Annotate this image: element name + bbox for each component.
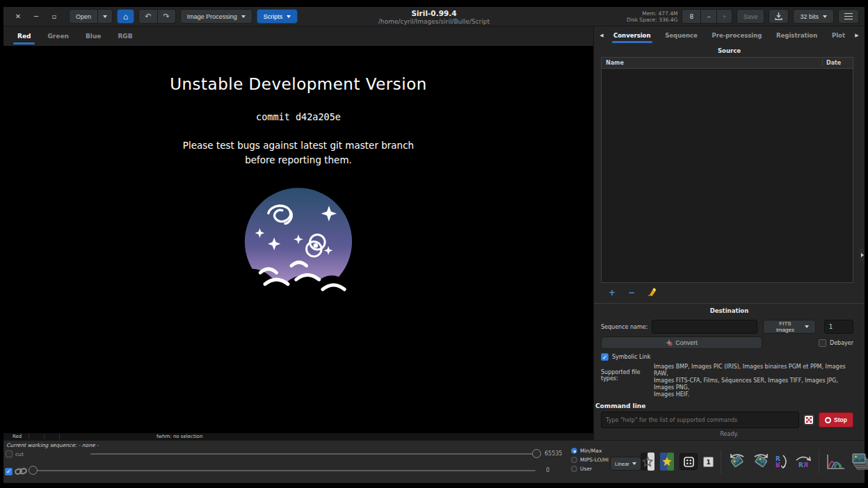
panel-tabbar: ◀ Conversion Sequence Pre-processing Reg… — [594, 26, 865, 44]
bit-depth-dropdown[interactable]: 32 bits — [793, 9, 834, 24]
radio-user[interactable]: User — [568, 464, 609, 473]
home-icon: ⌂ — [123, 12, 128, 22]
maximize-icon[interactable]: ▫ — [45, 13, 63, 20]
low-cut-slider[interactable] — [29, 466, 541, 475]
scripts-button[interactable]: Scripts — [257, 9, 298, 24]
chevron-down-icon — [823, 15, 827, 18]
redo-button[interactable]: ↷ — [158, 9, 176, 24]
clear-list-button[interactable] — [641, 287, 661, 298]
high-cut-slider[interactable] — [90, 449, 541, 459]
canvas-statusbar: Red fwhm: no selection — [3, 433, 593, 440]
status-fwhm: fwhm: no selection — [156, 434, 202, 439]
disk-label: Disk Space: 336.4G — [627, 17, 678, 23]
command-log-button[interactable] — [802, 413, 816, 427]
histogram-icon[interactable] — [826, 453, 846, 470]
source-list-header: Name Date — [602, 58, 853, 69]
home-button[interactable]: ⌂ — [117, 9, 134, 24]
radio-icon — [571, 466, 577, 472]
save-as-icon — [775, 13, 782, 20]
convert-button[interactable]: Convert — [601, 336, 762, 349]
undo-icon: ↶ — [145, 12, 151, 21]
column-name[interactable]: Name — [602, 60, 822, 66]
tab-red[interactable]: Red — [9, 26, 39, 46]
display-toolbar: 1 RR — [638, 446, 868, 477]
checkbox-icon — [819, 339, 826, 347]
image-view-pane: Red Green Blue RGB Unstable Development … — [3, 26, 593, 440]
source-list-actions: + − — [594, 284, 865, 301]
negative-star-icon[interactable] — [641, 453, 654, 471]
supported-file-types: Supported file types: Images BMP, Images… — [601, 364, 853, 398]
radio-mips[interactable]: MIPS-LO/HI — [568, 455, 609, 464]
siril-logo — [3, 186, 593, 305]
tab-sequence[interactable]: Sequence — [658, 26, 705, 44]
header-bar: ✕ ─ ▫ Open ⌂ ↶ ↷ Image Processing Script… — [3, 7, 865, 26]
open-button[interactable]: Open — [69, 9, 98, 24]
low-slider-handle[interactable] — [29, 466, 38, 475]
tab-registration[interactable]: Registration — [769, 26, 824, 44]
single-frame-icon[interactable]: 1 — [703, 457, 714, 467]
image-canvas[interactable]: Unstable Development Version commit d42a… — [3, 46, 593, 433]
tab-green[interactable]: Green — [39, 26, 77, 46]
command-input[interactable] — [601, 412, 799, 428]
debayer-checkbox[interactable]: Debayer — [819, 339, 853, 347]
divider — [819, 450, 819, 473]
image-processing-button[interactable]: Image Processing — [180, 9, 252, 24]
cut-label: cut — [15, 451, 24, 457]
chain-link-icon — [15, 466, 27, 476]
source-section-title: Source — [594, 47, 865, 54]
redo-icon: ↷ — [163, 12, 170, 21]
chevron-down-icon — [241, 15, 246, 18]
flip-vertical-icon[interactable]: RR — [775, 454, 789, 469]
checkbox-checked-icon: ✓ — [601, 353, 609, 361]
radio-minmax[interactable]: Min/Max — [568, 446, 609, 455]
column-date[interactable]: Date — [822, 60, 853, 66]
stop-button[interactable]: Stop — [819, 412, 853, 428]
spin-minus-button[interactable]: − — [701, 9, 716, 24]
source-list-body[interactable] — [602, 69, 853, 282]
dev-version-title: Unstable Development Version — [3, 75, 593, 93]
tabs-scroll-left-icon[interactable]: ◀ — [597, 33, 606, 38]
command-dice-icon — [805, 416, 813, 424]
low-cut-value: 0 — [546, 467, 549, 473]
tab-blue[interactable]: Blue — [77, 26, 109, 46]
undo-button[interactable]: ↶ — [138, 9, 157, 24]
tab-conversion[interactable]: Conversion — [606, 26, 658, 44]
save-button[interactable]: Save — [737, 9, 765, 24]
panel-expander[interactable] — [860, 249, 865, 261]
processing-panel: ◀ Conversion Sequence Pre-processing Reg… — [593, 26, 865, 440]
start-index-input[interactable] — [824, 320, 853, 334]
cut-checkbox[interactable] — [6, 450, 13, 457]
brush-icon — [647, 287, 656, 296]
sequence-name-input[interactable] — [652, 320, 757, 334]
minimize-icon[interactable]: ─ — [27, 13, 45, 20]
stop-icon — [825, 417, 831, 423]
spin-plus-button[interactable]: + — [717, 9, 732, 24]
open-dropdown-button[interactable] — [98, 9, 113, 24]
rotate-left-icon[interactable] — [728, 453, 746, 471]
output-format-dropdown[interactable]: FITS images — [763, 320, 816, 334]
flip-horizontal-icon[interactable]: RR — [795, 455, 812, 468]
image-stack-icon[interactable] — [851, 453, 868, 471]
scale-mode-dropdown[interactable]: Linear — [610, 457, 641, 471]
tab-preprocessing[interactable]: Pre-processing — [705, 26, 769, 44]
tab-plot[interactable]: Plot — [825, 26, 852, 44]
save-as-button[interactable] — [769, 9, 789, 24]
app-title: Siril-0.99.4 — [411, 9, 456, 17]
siril-window: ✕ ─ ▫ Open ⌂ ↶ ↷ Image Processing Script… — [3, 7, 865, 483]
symbolic-link-checkbox[interactable]: ✓ Symbolic Link — [601, 353, 650, 361]
grid-view-icon[interactable] — [680, 453, 698, 470]
color-star-icon[interactable] — [660, 453, 674, 471]
high-cut-value: 65535 — [545, 450, 562, 457]
source-file-list[interactable]: Name Date — [601, 57, 853, 283]
remove-files-button[interactable]: − — [622, 288, 641, 298]
value-spinbox[interactable]: 8 — [682, 9, 701, 24]
supported-label: Supported file types: — [601, 369, 651, 398]
add-files-button[interactable]: + — [602, 288, 622, 298]
link-checkbox[interactable]: ✓ — [5, 468, 13, 475]
tabs-scroll-right-icon[interactable]: ▶ — [852, 33, 862, 38]
high-slider-handle[interactable] — [532, 449, 541, 458]
menu-button[interactable] — [838, 9, 859, 24]
tab-rgb[interactable]: RGB — [109, 26, 140, 46]
close-icon[interactable]: ✕ — [9, 13, 27, 20]
rotate-right-icon[interactable] — [752, 453, 770, 471]
